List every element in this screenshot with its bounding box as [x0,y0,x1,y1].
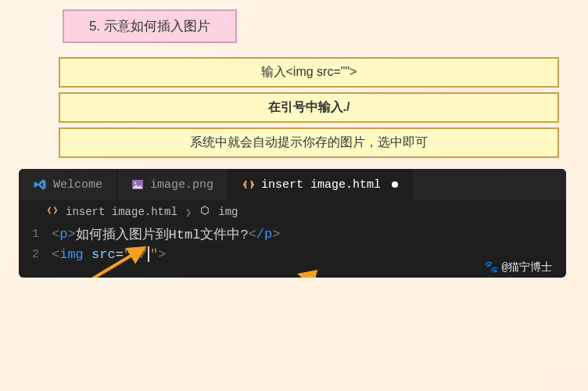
line-number: 2 [19,248,52,261]
equals: = [116,247,124,262]
angle-bracket: > [158,247,166,262]
angle-bracket: > [272,227,280,242]
annotation-arrow-right [292,268,371,278]
instruction-2: 在引号中输入./ [59,92,559,123]
text-content: 如何插入图片到Html文件中? [76,225,249,243]
tab-label: insert image.html [261,178,381,192]
dirty-indicator-icon [392,181,398,188]
angle-bracket: < [52,227,59,242]
tag-p-open: p [59,227,67,242]
paw-icon: 🐾 [484,262,499,274]
breadcrumb-element: img [218,206,238,218]
vscode-editor: Welcome image.png insert image.html inse… [19,169,566,278]
attr-value-end: " [150,247,158,262]
angle-bracket: < [52,247,59,262]
angle-bracket: > [67,227,75,242]
attr-value-start: "./ [124,247,148,262]
svg-point-1 [134,182,137,185]
vscode-icon [33,178,47,192]
attr-src: src [91,247,116,262]
html-file-icon [47,205,58,219]
text-cursor [148,246,149,262]
html-file-icon [242,178,255,191]
editor-tabs: Welcome image.png insert image.html [19,169,566,200]
tag-img: img [59,247,84,262]
tab-welcome[interactable]: Welcome [19,169,117,200]
breadcrumb[interactable]: insert image.html ❯ img [19,200,566,222]
instruction-3: 系统中就会自动提示你存的图片，选中即可 [59,127,559,158]
svg-line-5 [300,274,367,278]
tab-label: Welcome [53,178,102,192]
angle-bracket: < [249,227,256,242]
code-line-1[interactable]: 1 <p>如何插入图片到Html文件中?</p> [19,224,566,245]
tab-label: image.png [150,178,213,192]
tag-p-close: /p [256,227,272,242]
symbol-icon [199,205,210,219]
breadcrumb-file: insert image.html [66,206,177,218]
instruction-1: 输入<img src=""> [59,57,559,88]
line-number: 1 [19,228,52,241]
chevron-right-icon: ❯ [185,206,192,219]
tab-insert-html[interactable]: insert image.html [228,169,413,200]
image-file-icon [131,178,144,191]
tab-image[interactable]: image.png [117,169,228,200]
section-title: 5. 示意如何插入图片 [63,9,237,43]
watermark: 🐾 @猫宁博士 [484,260,552,274]
watermark-text: @猫宁博士 [502,260,552,274]
